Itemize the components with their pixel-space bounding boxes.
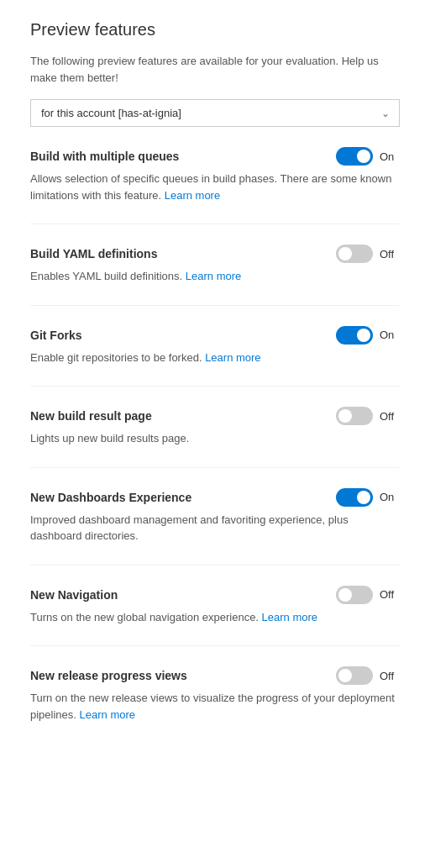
toggle-track-new-navigation — [336, 586, 373, 604]
feature-item-build-multiple-queues: Build with multiple queuesOnAllows selec… — [30, 147, 400, 224]
feature-item-git-forks: Git ForksOnEnable git repositories to be… — [30, 326, 400, 387]
toggle-new-dashboards-experience[interactable] — [336, 488, 373, 507]
feature-name-build-yaml-definitions: Build YAML definitions — [30, 247, 157, 260]
toggle-new-build-result-page[interactable] — [336, 407, 373, 425]
toggle-git-forks[interactable] — [336, 326, 373, 345]
toggle-wrapper-git-forks: On — [336, 326, 400, 345]
feature-item-new-build-result-page: New build result pageOffLights up new bu… — [30, 407, 400, 468]
toggle-thumb-build-multiple-queues — [357, 150, 370, 163]
toggle-status-new-release-progress-views: Off — [380, 670, 400, 682]
learn-more-link-build-multiple-queues[interactable]: Learn more — [165, 189, 220, 202]
toggle-track-new-dashboards-experience — [336, 488, 373, 507]
feature-description-build-yaml-definitions: Enables YAML build definitions. Learn mo… — [30, 268, 400, 285]
toggle-status-git-forks: On — [380, 329, 400, 341]
features-list: Build with multiple queuesOnAllows selec… — [30, 147, 400, 743]
scope-dropdown-wrapper[interactable]: for this account [has-at-ignia]for me ⌄ — [30, 99, 400, 127]
feature-name-git-forks: Git Forks — [30, 329, 81, 342]
toggle-status-new-dashboards-experience: On — [380, 491, 400, 503]
toggle-track-new-build-result-page — [336, 407, 373, 425]
feature-name-new-navigation: New Navigation — [30, 588, 118, 602]
feature-description-build-multiple-queues: Allows selection of specific queues in b… — [30, 171, 400, 203]
feature-header-build-yaml-definitions: Build YAML definitionsOff — [30, 245, 400, 263]
toggle-status-build-multiple-queues: On — [380, 150, 400, 163]
feature-header-build-multiple-queues: Build with multiple queuesOn — [30, 147, 400, 166]
scope-dropdown[interactable]: for this account [has-at-ignia]for me — [30, 99, 400, 127]
toggle-wrapper-new-dashboards-experience: On — [336, 488, 400, 507]
feature-name-new-dashboards-experience: New Dashboards Experience — [30, 491, 191, 504]
feature-name-build-multiple-queues: Build with multiple queues — [30, 150, 179, 163]
toggle-track-build-yaml-definitions — [336, 245, 373, 263]
toggle-thumb-build-yaml-definitions — [338, 247, 352, 260]
feature-header-new-dashboards-experience: New Dashboards ExperienceOn — [30, 488, 400, 507]
feature-item-new-dashboards-experience: New Dashboards ExperienceOnImproved dash… — [30, 488, 400, 566]
toggle-track-git-forks — [336, 326, 373, 345]
toggle-thumb-git-forks — [357, 329, 370, 342]
feature-description-new-release-progress-views: Turn on the new release views to visuali… — [30, 690, 400, 723]
feature-description-new-dashboards-experience: Improved dashboard management and favori… — [30, 512, 400, 544]
feature-header-new-navigation: New NavigationOff — [30, 586, 400, 604]
toggle-wrapper-build-yaml-definitions: Off — [336, 245, 400, 263]
toggle-track-build-multiple-queues — [336, 147, 373, 166]
learn-more-link-git-forks[interactable]: Learn more — [205, 351, 260, 364]
toggle-build-multiple-queues[interactable] — [336, 147, 373, 166]
toggle-thumb-new-dashboards-experience — [357, 491, 370, 504]
toggle-new-navigation[interactable] — [336, 586, 373, 604]
intro-text: The following preview features are avail… — [30, 53, 400, 86]
learn-more-link-build-yaml-definitions[interactable]: Learn more — [186, 270, 241, 282]
feature-description-new-navigation: Turns on the new global navigation exper… — [30, 609, 400, 626]
feature-header-new-release-progress-views: New release progress viewsOff — [30, 666, 400, 685]
toggle-build-yaml-definitions[interactable] — [336, 245, 373, 263]
toggle-wrapper-new-navigation: Off — [336, 586, 400, 604]
toggle-track-new-release-progress-views — [336, 666, 373, 685]
toggle-wrapper-new-release-progress-views: Off — [336, 666, 400, 685]
feature-header-git-forks: Git ForksOn — [30, 326, 400, 345]
toggle-thumb-new-build-result-page — [338, 409, 352, 423]
feature-description-new-build-result-page: Lights up new build results page. — [30, 430, 400, 447]
toggle-new-release-progress-views[interactable] — [336, 666, 373, 685]
toggle-wrapper-new-build-result-page: Off — [336, 407, 400, 425]
toggle-status-new-build-result-page: Off — [380, 410, 400, 423]
page-title: Preview features — [30, 20, 400, 39]
feature-item-new-navigation: New NavigationOffTurns on the new global… — [30, 586, 400, 647]
toggle-status-build-yaml-definitions: Off — [380, 248, 400, 260]
feature-item-build-yaml-definitions: Build YAML definitionsOffEnables YAML bu… — [30, 245, 400, 306]
toggle-status-new-navigation: Off — [380, 588, 400, 601]
toggle-thumb-new-release-progress-views — [338, 669, 352, 682]
toggle-thumb-new-navigation — [338, 588, 352, 602]
feature-item-new-release-progress-views: New release progress viewsOffTurn on the… — [30, 666, 400, 743]
learn-more-link-new-navigation[interactable]: Learn more — [262, 611, 317, 623]
toggle-wrapper-build-multiple-queues: On — [336, 147, 400, 166]
feature-name-new-release-progress-views: New release progress views — [30, 669, 187, 682]
feature-description-git-forks: Enable git repositories to be forked. Le… — [30, 350, 400, 366]
feature-name-new-build-result-page: New build result page — [30, 409, 152, 423]
learn-more-link-new-release-progress-views[interactable]: Learn more — [80, 708, 135, 721]
feature-header-new-build-result-page: New build result pageOff — [30, 407, 400, 425]
